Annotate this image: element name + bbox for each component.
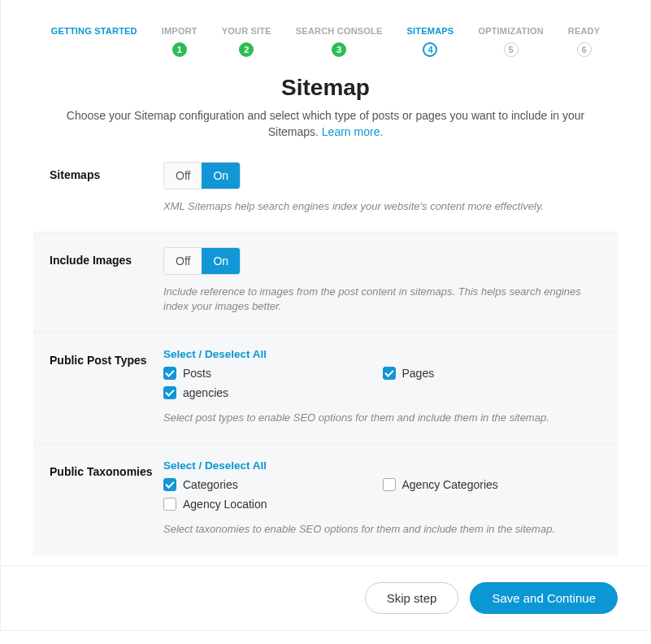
step-label: GETTING STARTED [51,26,137,36]
step-number: 5 [504,42,519,57]
step-label: READY [568,26,601,36]
checkbox-agencies[interactable]: agencies [163,385,383,401]
field-label: Include Images [50,247,163,267]
field-body: Select / Deselect All Categories Agency … [163,459,601,537]
row-post-types: Public Post Types Select / Deselect All … [33,332,618,443]
checkbox-posts[interactable]: Posts [163,365,383,381]
checkbox-label: Categories [183,478,238,491]
checkbox-icon [383,478,396,491]
images-toggle: Off On [163,247,241,275]
step-number: 2 [239,42,254,57]
field-hint: XML Sitemaps help search engines index y… [163,199,601,214]
page-header: Sitemap Choose your Sitemap configuratio… [1,65,650,159]
step-label: SEARCH CONSOLE [296,26,383,36]
learn-more-link[interactable]: Learn more. [322,125,383,138]
toggle-on[interactable]: On [202,163,240,189]
row-taxonomies: Public Taxonomies Select / Deselect All … [33,443,618,555]
step-your-site[interactable]: YOUR SITE 2 [222,26,271,57]
step-ready[interactable]: READY 6 [568,26,601,57]
step-number: 4 [423,42,437,57]
field-label: Public Post Types [50,347,163,367]
checkbox-pages[interactable]: Pages [383,365,602,381]
row-include-images: Include Images Off On Include reference … [33,232,618,332]
checkbox-agency-location[interactable]: Agency Location [163,496,383,512]
select-all-post-types[interactable]: Select / Deselect All [163,348,267,360]
checkbox-icon [163,386,176,399]
field-body: Off On Include reference to images from … [163,247,601,314]
checkbox-icon [383,367,396,380]
field-body: Select / Deselect All Posts Pages agenci… [163,347,601,425]
step-import[interactable]: IMPORT 1 [162,26,197,57]
checkbox-label: Agency Categories [402,478,498,491]
step-label: IMPORT [162,26,197,36]
checkbox-icon [163,367,176,380]
page-title: Sitemap [66,75,585,101]
field-hint: Include reference to images from the pos… [163,285,601,314]
checkbox-icon [163,498,176,511]
field-hint: Select taxonomies to enable SEO options … [163,522,601,537]
setup-wizard: GETTING STARTED IMPORT 1 YOUR SITE 2 SEA… [0,0,651,631]
field-label: Sitemaps [50,162,163,181]
field-body: Off On XML Sitemaps help search engines … [163,162,601,214]
step-label: YOUR SITE [222,26,271,36]
row-sitemaps: Sitemaps Off On XML Sitemaps help search… [33,159,618,232]
field-label: Public Taxonomies [50,459,163,478]
step-sitemaps[interactable]: SITEMAPS 4 [407,26,454,57]
step-number: 1 [172,42,187,57]
step-search-console[interactable]: SEARCH CONSOLE 3 [296,26,383,57]
checkbox-label: Posts [183,367,211,380]
toggle-off[interactable]: Off [164,163,202,189]
checkbox-agency-categories[interactable]: Agency Categories [383,476,602,493]
checkbox-label: agencies [183,386,228,399]
checkbox-label: Pages [402,367,435,380]
taxonomies-list: Categories Agency Categories Agency Loca… [163,476,601,512]
sitemaps-toggle: Off On [163,162,241,189]
wizard-steps: GETTING STARTED IMPORT 1 YOUR SITE 2 SEA… [1,0,650,65]
checkbox-icon [163,478,176,491]
step-label: SITEMAPS [407,26,454,36]
toggle-on[interactable]: On [202,248,240,274]
post-types-list: Posts Pages agencies [163,365,601,401]
field-hint: Select post types to enable SEO options … [163,411,601,425]
checkbox-label: Agency Location [183,498,267,511]
toggle-off[interactable]: Off [164,248,202,274]
page-description: Choose your Sitemap configuration and se… [66,107,585,141]
step-optimization[interactable]: OPTIMIZATION 5 [478,26,543,57]
checkbox-categories[interactable]: Categories [163,476,383,493]
skip-button[interactable]: Skip step [365,582,459,614]
step-number: 3 [332,42,346,57]
save-and-continue-button[interactable]: Save and Continue [470,582,618,614]
wizard-footer: Skip step Save and Continue [1,565,650,630]
settings-panel: Sitemaps Off On XML Sitemaps help search… [1,159,650,555]
select-all-taxonomies[interactable]: Select / Deselect All [163,459,267,472]
step-number: 6 [577,42,592,57]
step-label: OPTIMIZATION [478,26,543,36]
step-getting-started[interactable]: GETTING STARTED [51,26,137,57]
